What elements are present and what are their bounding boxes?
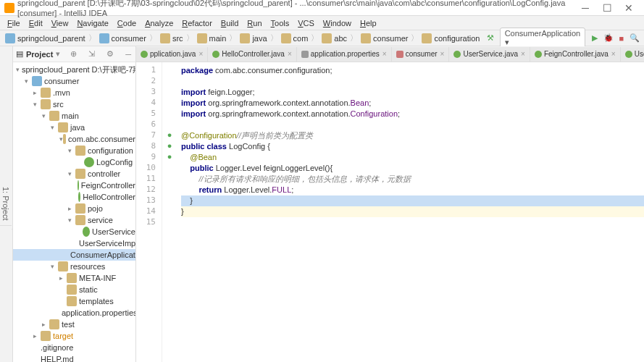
tree-node[interactable]: ▾resources	[13, 261, 135, 272]
code-line[interactable]: }	[181, 195, 644, 206]
titlebar: springcloud_parent [D:\开课吧-7期\03-springc…	[0, 0, 644, 16]
run-config-selector[interactable]: ConsumerApplication ▾	[500, 28, 586, 49]
breadcrumb-item[interactable]: abc	[319, 33, 349, 43]
menu-edit[interactable]: Edit	[25, 17, 47, 29]
run-icon[interactable]: ▶	[590, 33, 600, 44]
tree-node[interactable]: .gitignore	[13, 342, 135, 353]
menu-refactor[interactable]: Refactor	[177, 17, 217, 29]
code-line[interactable]: import org.springframework.context.annot…	[181, 98, 644, 109]
code-line[interactable]: import feign.Logger;	[181, 87, 644, 98]
code-line[interactable]: public Logger.Level feignLoggerLevel(){	[181, 163, 644, 174]
breadcrumb-item[interactable]: consumer	[359, 33, 410, 43]
minimize-button[interactable]: ─	[574, 2, 596, 14]
project-view-icon[interactable]: ▤	[16, 49, 23, 59]
breadcrumb-item[interactable]: springcloud_parent	[3, 33, 88, 43]
tree-node[interactable]: ▾configuration	[13, 145, 135, 156]
project-settings-icon[interactable]: ⊕	[69, 49, 78, 59]
tree-node[interactable]: ▾springcloud_parent D:\开课吧-7期\03-spring	[13, 64, 135, 75]
menu-analyze[interactable]: Analyze	[141, 17, 177, 29]
code-line[interactable]: }	[181, 206, 644, 217]
menu-build[interactable]: Build	[217, 17, 243, 29]
search-icon[interactable]: 🔍	[630, 33, 640, 44]
tree-node[interactable]: application.properties	[13, 307, 135, 319]
code-line[interactable]: return Logger.Level.FULL;	[181, 185, 644, 195]
tree-node[interactable]: ConsumerApplication	[13, 249, 135, 261]
tree-node[interactable]: ▸target	[13, 330, 135, 342]
tab-close-icon[interactable]: ×	[440, 50, 445, 58]
breadcrumb-item[interactable]: consumer	[97, 33, 149, 43]
menu-code[interactable]: Code	[113, 17, 141, 29]
tree-node[interactable]: ▸test	[13, 319, 135, 330]
menu-view[interactable]: View	[47, 17, 73, 29]
code-editor[interactable]: ✔ 记录所有请求和响应的明细，包括…-------记录所有请求和响应的明细… p…	[177, 62, 644, 362]
menu-window[interactable]: Window	[319, 17, 356, 29]
code-line[interactable]: public class LogConfig {	[181, 141, 644, 152]
project-hide-icon[interactable]: ─	[124, 50, 133, 59]
code-line[interactable]: @Bean	[181, 152, 644, 163]
code-line[interactable]: package com.abc.consumer.configuration;	[181, 65, 644, 76]
nav-breadcrumb-bar: springcloud_parent〉consumer〉src〉main〉jav…	[0, 30, 644, 46]
menu-navigate[interactable]: Navigate	[72, 17, 112, 29]
tree-node[interactable]: ▾controller	[13, 168, 135, 180]
code-line[interactable]: //记录所有请求和响应的明细，包括头信息，请求体，元数据	[181, 174, 644, 185]
left-tool-tab[interactable]: 1: Project	[0, 182, 12, 225]
tree-node[interactable]: UserServiceImpl	[13, 237, 135, 249]
menu-tools[interactable]: Tools	[267, 17, 294, 29]
app-icon	[4, 3, 14, 13]
tree-node[interactable]: HelloController	[13, 191, 135, 203]
tab-close-icon[interactable]: ×	[521, 50, 525, 58]
code-line[interactable]	[181, 217, 644, 228]
tree-node[interactable]: ▾main	[13, 110, 135, 122]
code-line[interactable]	[181, 76, 644, 87]
code-line[interactable]: @Configuration//声明当前类为配置类	[181, 130, 644, 141]
tree-node[interactable]: ▸META-INF	[13, 272, 135, 284]
tree-node[interactable]: UserService	[13, 226, 135, 237]
tab-close-icon[interactable]: ×	[198, 50, 203, 58]
tree-node[interactable]: ▾src	[13, 98, 135, 110]
project-gear-icon[interactable]: ⚙	[105, 49, 115, 59]
close-button[interactable]: ✕	[618, 2, 640, 14]
editor-tab[interactable]: FeignController.java×	[530, 47, 621, 62]
tree-node[interactable]: LogConfig	[13, 156, 135, 168]
tree-node[interactable]: templates	[13, 295, 135, 307]
tree-node[interactable]: FeignController	[13, 180, 135, 191]
breadcrumb-item[interactable]: configuration	[419, 33, 482, 43]
editor-tab[interactable]: UserService.java×	[449, 47, 530, 62]
tree-node[interactable]: ▾service	[13, 214, 135, 226]
editor-tab[interactable]: application.properties×	[297, 47, 392, 62]
project-label: Project	[26, 50, 53, 59]
editor-tab[interactable]: pplication.java×	[136, 47, 208, 62]
tree-node[interactable]: ▸pojo	[13, 203, 135, 214]
breadcrumb-item[interactable]: main	[195, 33, 229, 43]
code-line[interactable]	[181, 119, 644, 130]
menu-vcs[interactable]: VCS	[293, 17, 319, 29]
line-number-gutter: 123456789101112131415	[136, 62, 162, 362]
editor-tab[interactable]: consumer×	[392, 47, 450, 62]
tree-node[interactable]: ▸.mvn	[13, 87, 135, 98]
tree-node[interactable]: static	[13, 284, 135, 295]
tree-node[interactable]: ▾consumer	[13, 75, 135, 87]
code-line[interactable]: import org.springframework.context.annot…	[181, 109, 644, 119]
tab-close-icon[interactable]: ×	[382, 50, 387, 58]
stop-icon[interactable]: ■	[616, 33, 627, 44]
project-tree[interactable]: ▾springcloud_parent D:\开课吧-7期\03-spring▾…	[13, 62, 135, 362]
editor-tab[interactable]: UserServiceImpl.java×	[621, 47, 644, 62]
breadcrumb-item[interactable]: java	[238, 33, 269, 43]
tree-node[interactable]: ▾java	[13, 122, 135, 133]
project-dropdown-icon[interactable]: ▾	[56, 49, 60, 59]
breadcrumb-item[interactable]: com	[279, 33, 311, 43]
tab-close-icon[interactable]: ×	[611, 50, 616, 58]
tree-node[interactable]: ▾com.abc.consumer	[13, 133, 135, 145]
tree-node[interactable]: HELP.md	[13, 353, 135, 362]
menu-help[interactable]: Help	[356, 17, 381, 29]
editor-tab[interactable]: HelloController.java×	[208, 47, 297, 62]
editor-area: pplication.java×HelloController.java×app…	[136, 46, 644, 362]
breadcrumb-item[interactable]: src	[158, 33, 185, 43]
tab-close-icon[interactable]: ×	[288, 50, 292, 58]
maximize-button[interactable]: ☐	[596, 2, 618, 14]
debug-icon[interactable]: 🐞	[603, 33, 613, 44]
menu-run[interactable]: Run	[243, 17, 266, 29]
project-collapse-icon[interactable]: ⇲	[87, 49, 96, 59]
build-icon[interactable]: ⚒	[485, 33, 495, 44]
menu-file[interactable]: File	[3, 17, 25, 29]
